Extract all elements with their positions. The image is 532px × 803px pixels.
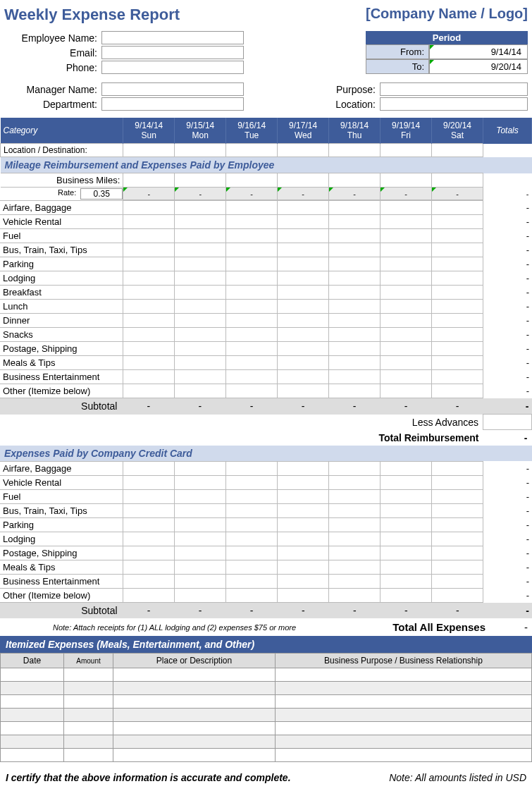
cell[interactable] xyxy=(432,532,483,546)
cell[interactable] xyxy=(329,144,381,157)
cell[interactable] xyxy=(226,300,278,314)
cell[interactable] xyxy=(329,201,381,215)
cell[interactable] xyxy=(381,173,432,188)
cell[interactable] xyxy=(175,384,226,398)
cell[interactable] xyxy=(432,504,483,518)
cell[interactable] xyxy=(381,286,432,300)
location-input[interactable] xyxy=(380,97,528,111)
cell[interactable] xyxy=(381,144,432,157)
cell[interactable] xyxy=(123,589,175,603)
cell[interactable] xyxy=(329,342,381,356)
cell[interactable] xyxy=(329,462,381,476)
cell[interactable] xyxy=(175,560,226,575)
item-row[interactable] xyxy=(1,722,532,735)
cell[interactable] xyxy=(175,490,226,504)
purpose-input[interactable] xyxy=(380,82,528,96)
cell[interactable] xyxy=(226,215,278,229)
cell[interactable] xyxy=(278,518,329,532)
cell[interactable] xyxy=(432,518,483,532)
cell[interactable] xyxy=(329,546,381,560)
cell[interactable] xyxy=(278,300,329,314)
cell[interactable] xyxy=(329,490,381,504)
cell[interactable] xyxy=(381,504,432,518)
cell[interactable] xyxy=(175,589,226,603)
cell[interactable] xyxy=(226,286,278,300)
cell[interactable] xyxy=(175,243,226,257)
cell[interactable] xyxy=(278,215,329,229)
from-value[interactable]: 9/14/14 xyxy=(429,44,528,59)
cell[interactable] xyxy=(278,476,329,490)
cell[interactable] xyxy=(278,173,329,188)
cell[interactable] xyxy=(123,201,175,215)
cell[interactable] xyxy=(226,342,278,356)
cell[interactable] xyxy=(278,229,329,243)
cell[interactable] xyxy=(123,144,175,157)
cell[interactable] xyxy=(175,356,226,370)
cell[interactable] xyxy=(175,476,226,490)
cell[interactable] xyxy=(329,300,381,314)
cell[interactable] xyxy=(381,356,432,370)
item-row[interactable] xyxy=(1,749,532,762)
cell[interactable] xyxy=(432,201,483,215)
cell[interactable] xyxy=(329,356,381,370)
cell[interactable] xyxy=(381,518,432,532)
cell[interactable] xyxy=(175,286,226,300)
cell[interactable] xyxy=(175,201,226,215)
cell[interactable] xyxy=(226,271,278,286)
cell[interactable] xyxy=(329,589,381,603)
cell[interactable] xyxy=(175,518,226,532)
cell[interactable] xyxy=(329,384,381,398)
cell[interactable] xyxy=(381,229,432,243)
cell[interactable] xyxy=(329,173,381,188)
cell[interactable] xyxy=(175,575,226,589)
cell[interactable] xyxy=(432,215,483,229)
cell[interactable] xyxy=(381,560,432,575)
cell[interactable] xyxy=(432,356,483,370)
cell[interactable] xyxy=(381,271,432,286)
cell[interactable] xyxy=(381,257,432,271)
cell[interactable] xyxy=(278,370,329,384)
cell[interactable] xyxy=(381,546,432,560)
cell[interactable] xyxy=(432,462,483,476)
cell[interactable] xyxy=(278,201,329,215)
cell[interactable] xyxy=(278,243,329,257)
item-row[interactable] xyxy=(1,735,532,749)
cell[interactable] xyxy=(278,532,329,546)
cell[interactable] xyxy=(123,560,175,575)
cell[interactable] xyxy=(432,173,483,188)
cell[interactable] xyxy=(278,257,329,271)
cell[interactable] xyxy=(226,532,278,546)
cell[interactable] xyxy=(175,300,226,314)
cell[interactable] xyxy=(226,589,278,603)
cell[interactable] xyxy=(123,229,175,243)
cell[interactable] xyxy=(123,575,175,589)
cell[interactable] xyxy=(278,271,329,286)
cell[interactable] xyxy=(381,384,432,398)
cell[interactable] xyxy=(123,342,175,356)
cell[interactable] xyxy=(381,532,432,546)
cell[interactable] xyxy=(329,215,381,229)
cell[interactable] xyxy=(123,532,175,546)
cell[interactable] xyxy=(432,575,483,589)
cell[interactable] xyxy=(278,546,329,560)
cell[interactable] xyxy=(329,532,381,546)
rate-value[interactable]: 0.35 xyxy=(80,188,123,200)
cell[interactable] xyxy=(381,575,432,589)
cell[interactable] xyxy=(278,490,329,504)
cell[interactable] xyxy=(226,144,278,157)
cell[interactable] xyxy=(175,328,226,342)
cell[interactable] xyxy=(432,328,483,342)
cell[interactable] xyxy=(123,314,175,328)
cell[interactable] xyxy=(123,462,175,476)
cell[interactable] xyxy=(278,589,329,603)
item-row[interactable] xyxy=(1,695,532,709)
cell[interactable] xyxy=(226,384,278,398)
cell[interactable] xyxy=(226,328,278,342)
cell[interactable] xyxy=(329,370,381,384)
cell[interactable] xyxy=(432,546,483,560)
cell[interactable] xyxy=(123,300,175,314)
cell[interactable] xyxy=(123,476,175,490)
cell[interactable] xyxy=(123,546,175,560)
cell[interactable] xyxy=(226,257,278,271)
cell[interactable] xyxy=(432,243,483,257)
